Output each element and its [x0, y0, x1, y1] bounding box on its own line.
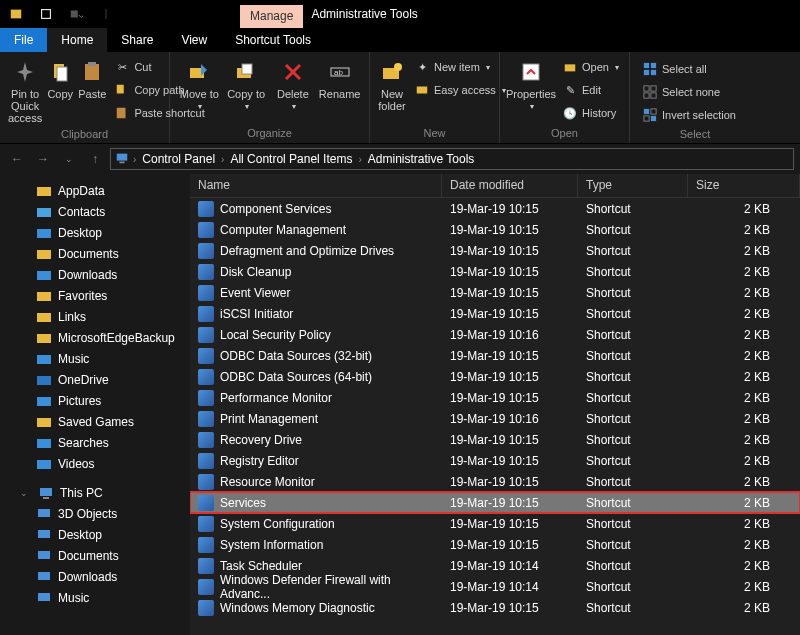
sidebar-item-label: Links	[58, 310, 86, 324]
tab-file[interactable]: File	[0, 28, 47, 52]
file-row[interactable]: Windows Memory Diagnostic19-Mar-19 10:15…	[190, 597, 800, 618]
svg-rect-51	[38, 530, 50, 538]
manage-tab[interactable]: Manage	[240, 5, 303, 28]
tab-shortcut-tools[interactable]: Shortcut Tools	[221, 28, 325, 52]
file-row[interactable]: ODBC Data Sources (64-bit)19-Mar-19 10:1…	[190, 366, 800, 387]
move-to-button[interactable]: Move to▾	[176, 54, 223, 127]
sidebar-item[interactable]: Searches	[0, 432, 190, 453]
file-row[interactable]: Resource Monitor19-Mar-19 10:15Shortcut2…	[190, 471, 800, 492]
qat-dropdown-icon[interactable]	[62, 3, 90, 25]
new-folder-button[interactable]: New folder	[376, 54, 408, 127]
sidebar-item[interactable]: Music	[0, 348, 190, 369]
copy-to-button[interactable]: Copy to▾	[223, 54, 270, 127]
crumb-admin-tools[interactable]: Administrative Tools	[366, 152, 477, 166]
file-row[interactable]: System Configuration19-Mar-19 10:15Short…	[190, 513, 800, 534]
breadcrumb[interactable]: › Control Panel › All Control Panel Item…	[110, 148, 794, 170]
sidebar-item[interactable]: MicrosoftEdgeBackup	[0, 327, 190, 348]
invert-selection-button[interactable]: Invert selection	[638, 104, 740, 126]
new-item-button[interactable]: ✦New item▾	[410, 56, 510, 78]
sidebar-item[interactable]: Documents	[0, 545, 190, 566]
chevron-down-icon: ▾	[245, 102, 249, 111]
col-size[interactable]: Size	[688, 174, 800, 197]
file-row[interactable]: Component Services19-Mar-19 10:15Shortcu…	[190, 198, 800, 219]
shortcut-icon	[198, 558, 214, 574]
file-row[interactable]: Performance Monitor19-Mar-19 10:15Shortc…	[190, 387, 800, 408]
file-row[interactable]: Windows Defender Firewall with Advanc...…	[190, 576, 800, 597]
sidebar-item[interactable]: Pictures	[0, 390, 190, 411]
file-row[interactable]: Local Security Policy19-Mar-19 10:16Shor…	[190, 324, 800, 345]
pin-quick-access-button[interactable]: Pin to Quick access	[6, 54, 44, 128]
open-button[interactable]: Open▾	[558, 56, 623, 78]
forward-button[interactable]: →	[32, 148, 54, 170]
sidebar-item[interactable]: Contacts	[0, 201, 190, 222]
file-size: 2 KB	[688, 370, 800, 384]
file-type: Shortcut	[578, 286, 688, 300]
file-date: 19-Mar-19 10:15	[442, 517, 578, 531]
sidebar-item[interactable]: Downloads	[0, 566, 190, 587]
chevron-down-icon[interactable]: ⌄	[20, 488, 28, 498]
file-row[interactable]: Disk Cleanup19-Mar-19 10:15Shortcut2 KB	[190, 261, 800, 282]
svg-rect-41	[37, 334, 51, 343]
qat-icon[interactable]	[32, 3, 60, 25]
chevron-right-icon[interactable]: ›	[354, 154, 365, 165]
svg-text:ab: ab	[334, 68, 343, 77]
recent-dropdown-icon[interactable]: ⌄	[58, 148, 80, 170]
file-row[interactable]: Recovery Drive19-Mar-19 10:15Shortcut2 K…	[190, 429, 800, 450]
copy-button[interactable]: Copy	[44, 54, 76, 128]
sidebar-item[interactable]: Videos	[0, 453, 190, 474]
sidebar-item[interactable]: OneDrive	[0, 369, 190, 390]
chevron-right-icon[interactable]: ›	[217, 154, 228, 165]
sidebar-item[interactable]: Saved Games	[0, 411, 190, 432]
up-button[interactable]: ↑	[84, 148, 106, 170]
file-row[interactable]: Defragment and Optimize Drives19-Mar-19 …	[190, 240, 800, 261]
file-row[interactable]: iSCSI Initiator19-Mar-19 10:15Shortcut2 …	[190, 303, 800, 324]
folder-icon	[36, 183, 52, 199]
delete-icon	[279, 58, 307, 86]
select-all-button[interactable]: Select all	[638, 58, 740, 80]
open-icon	[562, 59, 578, 75]
file-row[interactable]: Computer Management19-Mar-19 10:15Shortc…	[190, 219, 800, 240]
select-none-button[interactable]: Select none	[638, 81, 740, 103]
sidebar-item[interactable]: Downloads	[0, 264, 190, 285]
tab-view[interactable]: View	[167, 28, 221, 52]
edit-button[interactable]: ✎Edit	[558, 79, 623, 101]
sidebar-item[interactable]: Music	[0, 587, 190, 608]
sidebar-item[interactable]: Favorites	[0, 285, 190, 306]
sidebar-this-pc[interactable]: ⌄This PC	[0, 482, 190, 503]
col-type[interactable]: Type	[578, 174, 688, 197]
chevron-right-icon[interactable]: ›	[129, 154, 140, 165]
file-type: Shortcut	[578, 391, 688, 405]
file-row[interactable]: ODBC Data Sources (32-bit)19-Mar-19 10:1…	[190, 345, 800, 366]
file-size: 2 KB	[688, 328, 800, 342]
file-row[interactable]: Registry Editor19-Mar-19 10:15Shortcut2 …	[190, 450, 800, 471]
sidebar-item[interactable]: Desktop	[0, 222, 190, 243]
sidebar-item[interactable]: AppData	[0, 180, 190, 201]
ribbon: Pin to Quick access Copy Paste ✂Cut Copy…	[0, 52, 800, 144]
sidebar-item[interactable]: Links	[0, 306, 190, 327]
delete-button[interactable]: Delete▾	[270, 54, 317, 127]
tab-share[interactable]: Share	[107, 28, 167, 52]
sidebar[interactable]: AppDataContactsDesktopDocumentsDownloads…	[0, 174, 190, 635]
sidebar-item[interactable]: 3D Objects	[0, 503, 190, 524]
svg-rect-17	[417, 87, 428, 94]
tab-home[interactable]: Home	[47, 28, 107, 52]
sidebar-item[interactable]: Documents	[0, 243, 190, 264]
crumb-control-panel[interactable]: Control Panel	[140, 152, 217, 166]
rename-button[interactable]: abRename	[316, 54, 363, 127]
file-icon[interactable]	[2, 3, 30, 25]
col-name[interactable]: Name	[190, 174, 442, 197]
crumb-all-items[interactable]: All Control Panel Items	[228, 152, 354, 166]
history-button[interactable]: 🕓History	[558, 102, 623, 124]
file-row[interactable]: Services19-Mar-19 10:15Shortcut2 KB	[190, 492, 800, 513]
sidebar-item[interactable]: Desktop	[0, 524, 190, 545]
file-row[interactable]: Event Viewer19-Mar-19 10:15Shortcut2 KB	[190, 282, 800, 303]
properties-button[interactable]: Properties▾	[506, 54, 556, 127]
col-date[interactable]: Date modified	[442, 174, 578, 197]
file-row[interactable]: System Information19-Mar-19 10:15Shortcu…	[190, 534, 800, 555]
file-list[interactable]: Component Services19-Mar-19 10:15Shortcu…	[190, 198, 800, 635]
file-name: System Information	[220, 538, 323, 552]
easy-access-button[interactable]: Easy access▾	[410, 79, 510, 101]
back-button[interactable]: ←	[6, 148, 28, 170]
paste-button[interactable]: Paste	[76, 54, 108, 128]
file-row[interactable]: Print Management19-Mar-19 10:16Shortcut2…	[190, 408, 800, 429]
